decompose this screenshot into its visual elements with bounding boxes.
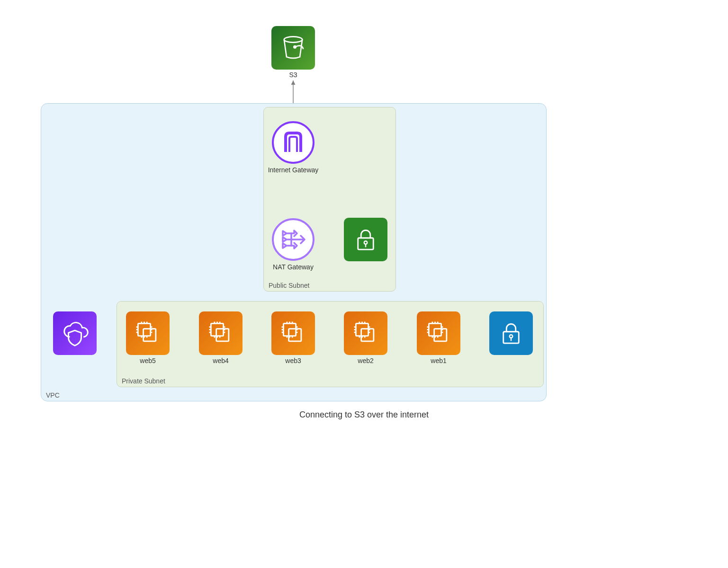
nat-gateway-icon: [271, 218, 315, 261]
svg-rect-7: [144, 329, 156, 341]
cloud-shield-icon: [60, 319, 90, 348]
ec2-web5-node: [126, 311, 170, 355]
ec2-web1-node: [417, 311, 460, 355]
svg-rect-21: [216, 329, 229, 341]
internet-gateway-node: [271, 121, 315, 164]
private-subnet-security-group-node: [489, 311, 533, 355]
svg-rect-49: [361, 329, 374, 341]
lock-icon: [499, 321, 523, 346]
ec2-web3-node: [271, 311, 315, 355]
internet-gateway-label: Internet Gateway: [257, 166, 329, 174]
private-subnet-label: Private Subnet: [122, 377, 165, 385]
s3-bucket-icon: [280, 35, 306, 61]
internet-gateway-icon: [271, 121, 315, 164]
svg-point-1: [293, 45, 297, 49]
ec2-instance-icon: [351, 319, 380, 347]
ec2-web2-label: web2: [344, 357, 387, 364]
vpc-label: VPC: [46, 391, 60, 399]
diagram-caption: Connecting to S3 over the internet: [0, 410, 728, 420]
public-subnet-label: Public Subnet: [269, 282, 309, 289]
ec2-web2-node: [344, 311, 387, 355]
ec2-web1-label: web1: [417, 357, 460, 364]
ec2-instance-icon: [279, 319, 307, 347]
svg-rect-64: [429, 323, 441, 336]
svg-rect-8: [138, 323, 150, 336]
ec2-web4-label: web4: [199, 357, 243, 364]
ec2-web4-node: [199, 311, 243, 355]
svg-rect-63: [434, 329, 447, 341]
ec2-instance-icon: [134, 319, 162, 347]
ec2-instance-icon: [424, 319, 453, 347]
ec2-web5-label: web5: [126, 357, 170, 364]
s3-node: [271, 26, 315, 70]
private-subnet-group: Private Subnet: [117, 301, 544, 387]
nat-gateway-node: [271, 218, 315, 261]
svg-point-2: [273, 122, 314, 163]
lock-icon: [353, 227, 378, 252]
svg-rect-50: [356, 323, 368, 336]
public-subnet-security-group-node: [344, 218, 387, 261]
diagram-canvas: VPC Public Subnet Private Subnet S3 Inte…: [0, 0, 728, 568]
svg-point-0: [284, 36, 303, 42]
svg-rect-36: [283, 323, 296, 336]
svg-point-78: [510, 335, 513, 338]
svg-rect-35: [289, 329, 301, 341]
svg-rect-22: [211, 323, 223, 336]
nat-gateway-label: NAT Gateway: [264, 263, 322, 271]
ec2-web3-label: web3: [271, 357, 315, 364]
vpn-node: [53, 311, 97, 355]
svg-point-5: [364, 241, 368, 244]
ec2-instance-icon: [207, 319, 235, 347]
s3-label: S3: [271, 71, 315, 79]
